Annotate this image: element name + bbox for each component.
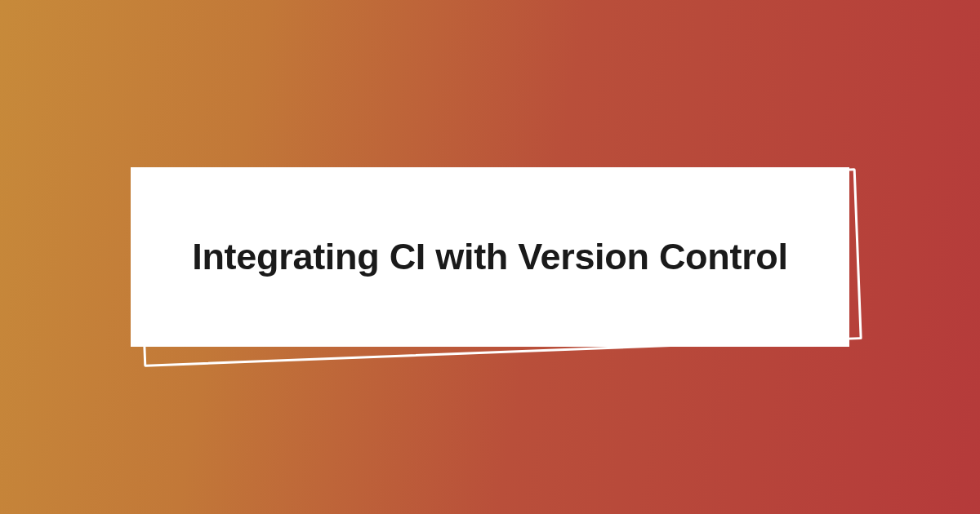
hero-banner: Integrating CI with Version Control bbox=[0, 0, 980, 514]
title-card-wrap: Integrating CI with Version Control bbox=[131, 167, 849, 347]
page-title: Integrating CI with Version Control bbox=[192, 234, 788, 280]
title-card: Integrating CI with Version Control bbox=[131, 167, 849, 347]
